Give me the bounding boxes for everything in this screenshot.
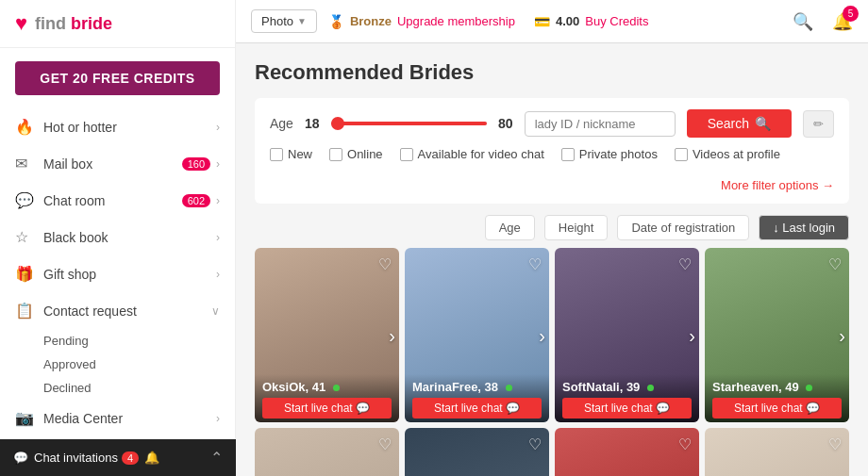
mail-box-badge: 160	[182, 157, 210, 171]
age-range-track[interactable]	[331, 122, 488, 125]
nav-hot-or-hotter[interactable]: 🔥 Hot or hotter ›	[0, 108, 235, 145]
sort-row: Age Height Date of registration ↓ Last l…	[255, 215, 849, 240]
next-photo-button-3[interactable]: ›	[689, 324, 695, 346]
bronze-label: Bronze	[350, 14, 392, 28]
profile-card-8[interactable]: ♡ ›	[705, 428, 849, 476]
checkbox-online[interactable]: Online	[329, 147, 383, 161]
profile-info-3: SoftNatali, 39 Start live chat 💬	[555, 374, 699, 422]
sort-by-height-button[interactable]: Height	[544, 215, 609, 240]
favorite-button-1[interactable]: ♡	[378, 255, 392, 273]
checkbox-private-photos-box[interactable]	[561, 148, 575, 161]
checkbox-video-chat[interactable]: Available for video chat	[400, 147, 544, 161]
profile-info-2: MarinaFree, 38 Start live chat 💬	[405, 374, 549, 422]
credits-area: 💳 4.00 Buy Credits	[534, 14, 649, 29]
profile-info-1: OksiOk, 41 Start live chat 💬	[255, 374, 399, 422]
start-chat-button-2[interactable]: Start live chat 💬	[412, 398, 542, 419]
nav-label-chat-room: Chat room	[43, 193, 182, 208]
profile-card-7[interactable]: ♡ ›	[555, 428, 699, 476]
nav-label-black-book: Black book	[43, 230, 216, 245]
favorite-button-6[interactable]: ♡	[528, 435, 542, 453]
favorite-button-5[interactable]: ♡	[378, 435, 392, 453]
checkbox-videos-label: Videos at profile	[693, 147, 780, 161]
profile-card-oksiok[interactable]: ♡ › OksiOk, 41 Start live chat 💬	[255, 248, 399, 422]
nav-black-book[interactable]: ☆ Black book ›	[0, 219, 235, 255]
nav-sub-pending[interactable]: Pending	[0, 329, 235, 353]
checkbox-new-box[interactable]	[270, 148, 283, 161]
profile-card-5[interactable]: ♡ ›	[255, 428, 399, 476]
buy-credits-link[interactable]: Buy Credits	[585, 14, 648, 28]
start-chat-button-1[interactable]: Start live chat 💬	[262, 398, 392, 419]
nav-media-center[interactable]: 📷 Media Center ›	[0, 400, 235, 436]
credits-icon: 💳	[534, 14, 550, 29]
next-photo-button-4[interactable]: ›	[839, 324, 845, 346]
checkbox-videos[interactable]: Videos at profile	[675, 147, 780, 161]
start-chat-button-3[interactable]: Start live chat 💬	[562, 398, 692, 419]
start-chat-button-4[interactable]: Start live chat 💬	[712, 398, 842, 419]
membership-emoji: 🥉	[328, 14, 344, 29]
checkbox-new[interactable]: New	[270, 147, 312, 161]
photo-dropdown-button[interactable]: Photo ▼	[251, 9, 317, 33]
nav-mail-box[interactable]: ✉ Mail box 160 ›	[0, 145, 235, 182]
clipboard-icon: 📋	[15, 302, 34, 320]
checkbox-private-photos[interactable]: Private photos	[561, 147, 658, 161]
topbar: Photo ▼ 🥉 Bronze Upgrade membership 💳 4.…	[236, 0, 868, 43]
notifications-button[interactable]: 🔔 5	[832, 11, 853, 32]
chevron-right-icon-chat: ›	[216, 194, 220, 207]
favorite-button-7[interactable]: ♡	[678, 435, 692, 453]
more-filters-link[interactable]: More filter options →	[721, 178, 834, 192]
checkboxes-row: New Online Available for video chat Priv…	[270, 147, 834, 192]
online-indicator-2	[506, 385, 512, 391]
favorite-button-4[interactable]: ♡	[828, 255, 842, 273]
nav-label-gift-shop: Gift shop	[43, 267, 216, 282]
nickname-input[interactable]	[525, 111, 676, 137]
profile-card-starheaven[interactable]: ♡ › Starheaven, 49 Start live chat 💬	[705, 248, 849, 422]
sort-by-age-button[interactable]: Age	[485, 215, 535, 240]
chat-inv-icon: 💬	[13, 451, 28, 465]
profile-name-1: OksiOk, 41	[262, 380, 392, 394]
chat-invitations-count: 4	[122, 451, 139, 465]
checkbox-videos-box[interactable]	[675, 148, 688, 161]
online-indicator-4	[806, 385, 812, 391]
profile-name-4: Starheaven, 49	[712, 380, 842, 394]
age-range-thumb[interactable]	[331, 117, 344, 130]
edit-filter-button[interactable]: ✏	[803, 110, 834, 138]
profile-card-softnatali[interactable]: ♡ › SoftNatali, 39 Start live chat 💬	[555, 248, 699, 422]
membership-area: 🥉 Bronze Upgrade membership	[328, 14, 515, 29]
sort-by-last-login-button[interactable]: ↓ Last login	[759, 215, 849, 240]
profile-card-marinafree[interactable]: ♡ › MarinaFree, 38 Start live chat 💬	[405, 248, 549, 422]
get-credits-button[interactable]: GET 20 FREE CREDITS	[15, 61, 220, 95]
nav-label-hot-or-hotter: Hot or hotter	[43, 120, 216, 135]
notifications-badge: 5	[843, 6, 859, 22]
age-max-value: 80	[498, 116, 513, 131]
chevron-up-icon: ⌃	[210, 449, 223, 467]
chevron-right-icon-mail: ›	[216, 157, 220, 171]
nav-gift-shop[interactable]: 🎁 Gift shop ›	[0, 255, 235, 292]
logo-find: find	[35, 14, 66, 33]
checkbox-video-chat-box[interactable]	[400, 148, 413, 161]
favorite-button-3[interactable]: ♡	[678, 255, 692, 273]
favorite-button-8[interactable]: ♡	[828, 435, 842, 453]
checkbox-online-box[interactable]	[329, 148, 342, 161]
chat-room-badge: 602	[182, 194, 210, 207]
profile-name-2: MarinaFree, 38	[412, 380, 542, 394]
next-photo-button-2[interactable]: ›	[539, 324, 545, 346]
sort-by-date-button[interactable]: Date of registration	[617, 215, 749, 240]
online-indicator-3	[647, 385, 654, 391]
profile-info-4: Starheaven, 49 Start live chat 💬	[705, 374, 849, 422]
chat-invitations-bar[interactable]: 💬 Chat invitations 4 🔔 ⌃	[0, 439, 236, 476]
profile-card-6[interactable]: ♡ ›	[405, 428, 549, 476]
favorite-button-2[interactable]: ♡	[528, 255, 542, 273]
search-icon-button[interactable]: 🔍	[793, 11, 813, 32]
search-button[interactable]: Search 🔍	[687, 109, 792, 138]
nav-contact-request[interactable]: 📋 Contact request ∨	[0, 292, 235, 329]
nav-sub-declined[interactable]: Declined	[0, 376, 235, 400]
nav-sub-approved[interactable]: Approved	[0, 353, 235, 376]
next-photo-button-1[interactable]: ›	[389, 324, 395, 346]
camera-icon: 📷	[15, 409, 34, 427]
nav-chat-room[interactable]: 💬 Chat room 602 ›	[0, 182, 235, 219]
fire-icon: 🔥	[15, 118, 34, 136]
credits-value: 4.00	[556, 14, 579, 28]
chat-invitations-label: Chat invitations	[34, 451, 118, 465]
profiles-grid: ♡ › OksiOk, 41 Start live chat 💬 ♡ › Mar…	[255, 248, 849, 476]
upgrade-membership-link[interactable]: Upgrade membership	[397, 14, 515, 28]
